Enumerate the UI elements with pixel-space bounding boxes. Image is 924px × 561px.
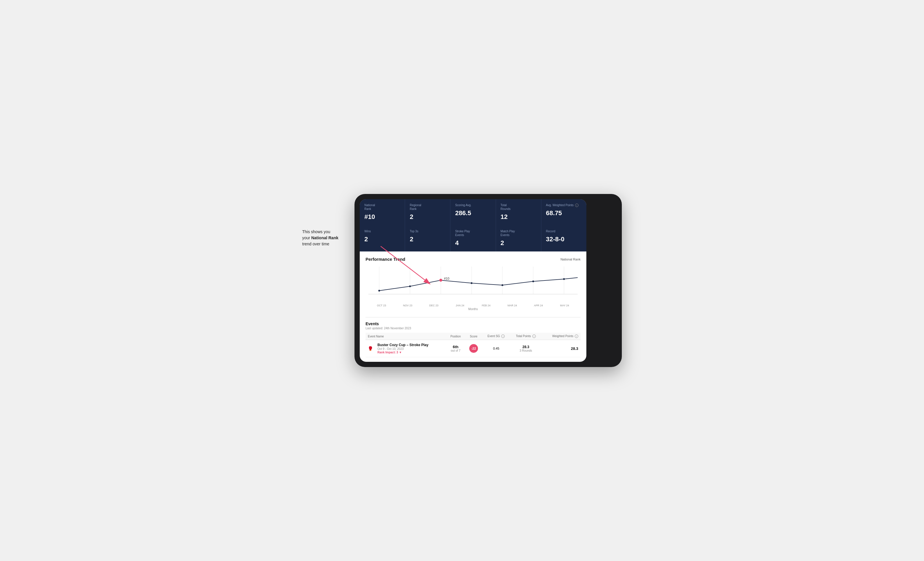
event-icon-cell: 🥊 [366,340,375,357]
performance-header: Performance Trend National Rank [366,257,580,262]
stat-national-rank: NationalRank #10 [360,199,405,225]
col-event-sg: Event SG i [482,333,510,340]
position-sub: out of 7 [448,349,463,352]
main-content: NationalRank #10 RegionalRank 2 Scoring … [360,199,586,362]
performance-chart: #10 [366,265,580,303]
stat-regional-rank: RegionalRank 2 [405,199,450,225]
weighted-points-info-icon: i [575,335,578,338]
event-rank-impact: Rank Impact: 3 ▼ [378,351,444,354]
table-header-row: Event Name Position Score Event SG i [366,333,580,340]
total-points-info-icon: i [532,335,536,338]
tablet-frame: NationalRank #10 RegionalRank 2 Scoring … [354,194,622,367]
annotation-text: This shows you your National Rank trend … [302,229,338,247]
stat-scoring-avg: Scoring Avg. 286.5 [450,199,495,225]
chart-axis-title: Months [366,308,580,311]
events-section: Events Last updated: 24th November 2023 … [360,322,586,362]
col-position: Position [446,333,465,340]
table-row: 🥊 Buster Cozy Cup – Stroke Play Oct 9 - … [366,340,580,357]
svg-point-16 [563,278,565,280]
position-value: 6th [448,345,463,349]
performance-axis-label: National Rank [561,257,580,261]
stat-record: Record 32-8-0 [542,225,586,251]
svg-point-12 [440,279,442,282]
event-date: Oct 9 - Oct 10, 2023 [378,347,444,350]
performance-title: Performance Trend [366,257,405,262]
event-name: Buster Cozy Cup – Stroke Play [378,343,444,347]
stat-wins: Wins 2 [360,225,405,251]
svg-text:#10: #10 [444,277,449,280]
events-table: Event Name Position Score Event SG i [366,333,580,357]
stat-total-rounds: TotalRounds 12 [496,199,541,225]
stats-row-2: Wins 2 Top 3s 2 Stroke PlayEvents 4 Matc… [360,225,586,251]
stat-avg-weighted-points: Avg. Weighted Points i 68.75 [542,199,586,225]
svg-point-15 [532,280,534,282]
stat-top3s: Top 3s 2 [405,225,450,251]
events-title: Events [366,322,580,326]
info-icon: i [575,203,579,207]
chart-svg: #10 [366,265,580,303]
col-total-points: Total Points i [510,333,542,340]
event-sg-cell: 0.45 [482,340,510,357]
stat-stroke-play-events: Stroke PlayEvents 4 [450,225,495,251]
divider [366,317,580,317]
col-weighted-points: Weighted Points i [542,333,580,340]
event-score-cell: -22 [465,340,482,357]
event-name-cell: Buster Cozy Cup – Stroke Play Oct 9 - Oc… [375,340,446,357]
events-last-updated: Last updated: 24th November 2023 [366,327,580,330]
stat-match-play-events: Match PlayEvents 2 [496,225,541,251]
total-points-value: 28.3 [513,345,539,349]
total-points-sub: 3 Rounds [513,349,539,352]
performance-section: Performance Trend National Rank [360,251,586,317]
svg-point-14 [501,284,503,286]
total-points-cell: 28.3 3 Rounds [510,340,542,357]
col-event-name: Event Name [366,333,446,340]
page-wrapper: This shows you your National Rank trend … [302,194,622,367]
weighted-points-cell: 28.3 [542,340,580,357]
chart-x-labels: OCT 23 NOV 23 DEC 23 JAN 24 FEB 24 MAR 2… [366,304,580,307]
event-position-cell: 6th out of 7 [446,340,465,357]
stats-row-1: NationalRank #10 RegionalRank 2 Scoring … [360,199,586,225]
svg-point-10 [378,290,380,292]
svg-point-13 [471,282,472,284]
tablet-screen: NationalRank #10 RegionalRank 2 Scoring … [360,199,586,362]
event-sg-info-icon: i [501,335,505,338]
svg-point-11 [409,286,411,287]
score-badge: -22 [469,344,478,353]
col-score: Score [465,333,482,340]
